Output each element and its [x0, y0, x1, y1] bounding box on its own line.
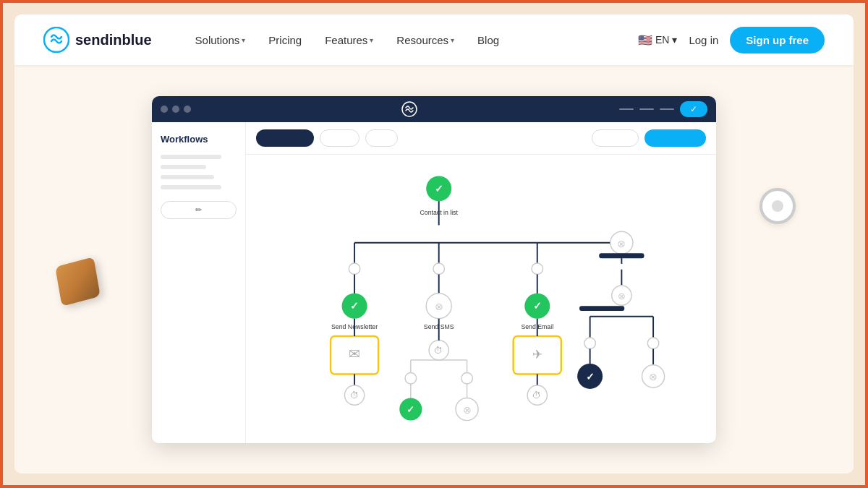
cube-shape	[55, 257, 101, 307]
signup-button[interactable]: Sign up free	[730, 27, 825, 53]
nav-links: Solutions ▾ Pricing Features ▾ Resources…	[195, 34, 638, 46]
outer-frame: sendinblue Solutions ▾ Pricing Features …	[14, 14, 854, 474]
main-content: ✓ Workflows ✏	[14, 65, 854, 474]
brand-name: sendinblue	[75, 32, 152, 48]
nav-right: 🇺🇸 EN ▾ Log in Sign up free	[638, 27, 825, 53]
sendinblue-logo-icon	[43, 27, 69, 53]
nav-blog[interactable]: Blog	[477, 34, 499, 46]
email-clock-icon: ⏱	[350, 390, 359, 401]
window-line-2	[639, 108, 654, 110]
toolbar-tab-draft[interactable]	[320, 129, 359, 147]
sidebar-title: Workflows	[161, 134, 237, 145]
root-check-icon: ✓	[435, 183, 443, 194]
nav-features[interactable]: Features ▾	[325, 34, 373, 46]
svg-point-0	[44, 27, 69, 52]
fr-l-conn	[584, 337, 596, 348]
window-body: Workflows ✏	[152, 122, 716, 443]
window-line-1	[619, 108, 634, 110]
sidebar-item-1[interactable]	[161, 155, 221, 159]
window-check-button[interactable]: ✓	[680, 101, 707, 117]
left-connector-1	[349, 262, 360, 274]
checkmark-icon: ✓	[690, 104, 697, 114]
app-window: ✓ Workflows ✏	[152, 96, 716, 443]
workflow-area: ✓ Contact in list	[246, 122, 716, 443]
svg-point-1	[402, 102, 417, 116]
send-clock-icon: ⏱	[532, 390, 542, 401]
right-l-conn	[532, 262, 543, 274]
lang-arrow-icon: ▾	[672, 34, 677, 46]
sidebar-item-2[interactable]	[161, 165, 206, 169]
resources-arrow-icon: ▾	[451, 36, 454, 44]
sms-check-icon: ✓	[407, 404, 414, 414]
login-button[interactable]: Log in	[689, 34, 718, 46]
window-dot-3	[184, 106, 191, 113]
email-card-icon: ✉	[349, 346, 360, 361]
fr-check-icon: ✓	[586, 372, 595, 382]
window-line-3	[660, 108, 674, 110]
workflow-sidebar: Workflows ✏	[152, 122, 246, 443]
sms-x-icon: ⊗	[463, 404, 472, 415]
workflow-diagram: ✓ Contact in list	[246, 155, 716, 443]
window-titlebar: ✓	[152, 96, 716, 122]
toolbar-save-button[interactable]	[644, 129, 706, 147]
fr-x-icon: ⊗	[649, 372, 658, 382]
sms-clock-icon: ⏱	[434, 346, 443, 356]
mid-connector-1	[433, 262, 445, 274]
sidebar-edit-button[interactable]: ✏	[161, 201, 237, 219]
gear-shape	[760, 188, 796, 224]
sidebar-item-4[interactable]	[161, 185, 221, 189]
nav-solutions[interactable]: Solutions ▾	[195, 34, 246, 46]
root-node-label: Contact in list	[420, 208, 458, 215]
node3-check-icon: ✓	[533, 301, 542, 312]
workflow-svg: ✓ Contact in list	[246, 162, 716, 436]
decorative-cube	[58, 262, 98, 301]
sms-sub-r-conn	[461, 372, 473, 384]
workflow-toolbar	[246, 122, 716, 155]
decorative-gear	[760, 188, 796, 224]
nav-resources[interactable]: Resources ▾	[396, 34, 454, 46]
window-control-dots	[161, 106, 191, 113]
toolbar-tab-all[interactable]	[365, 129, 398, 147]
window-logo-icon	[401, 101, 417, 117]
flag-icon: 🇺🇸	[638, 33, 652, 47]
window-dot-2	[172, 106, 179, 113]
sms-sub-l-conn	[405, 372, 417, 384]
node2-x-icon: ⊗	[435, 301, 443, 312]
sidebar-item-3[interactable]	[161, 175, 214, 179]
nav-pricing[interactable]: Pricing	[268, 34, 302, 46]
window-logo	[200, 101, 619, 117]
features-arrow-icon: ▾	[370, 36, 373, 44]
logo-area: sendinblue	[43, 27, 152, 53]
language-selector[interactable]: 🇺🇸 EN ▾	[638, 33, 677, 47]
navbar: sendinblue Solutions ▾ Pricing Features …	[14, 14, 854, 65]
right-x-top-icon: ⊗	[617, 238, 626, 249]
window-dot-1	[161, 106, 168, 113]
send-email-icon: ✈	[532, 347, 542, 361]
window-actions: ✓	[619, 101, 707, 117]
pencil-icon: ✏	[195, 205, 202, 215]
toolbar-tab-active[interactable]	[256, 129, 314, 147]
right-r-x-icon: ⊗	[618, 291, 626, 301]
dark-bar-right	[599, 253, 644, 258]
solutions-arrow-icon: ▾	[242, 36, 245, 44]
toolbar-settings-button[interactable]	[592, 129, 639, 147]
fr-r-conn	[647, 337, 659, 348]
node1-check-icon: ✓	[350, 301, 359, 312]
dark-bar-mid-right	[579, 306, 624, 311]
